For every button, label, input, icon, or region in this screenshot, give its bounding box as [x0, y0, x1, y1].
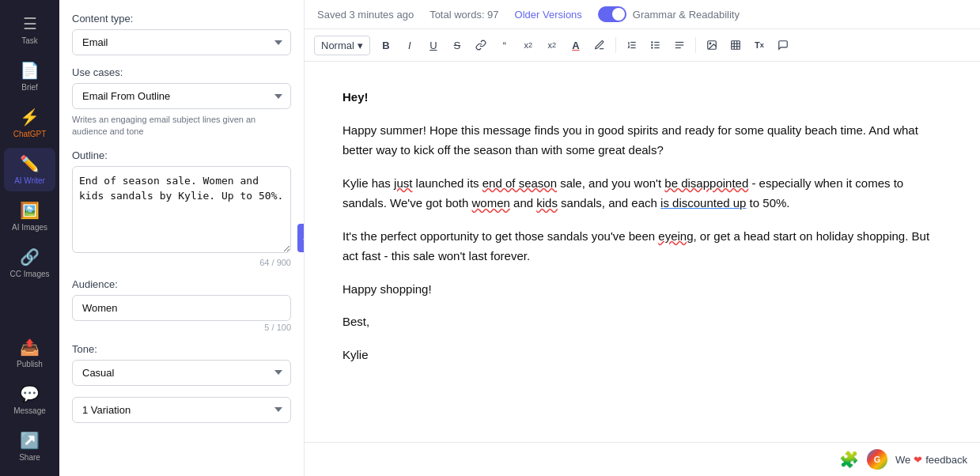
variation-select[interactable]: 1 Variation 2 Variations 3 Variations — [72, 397, 291, 423]
format-select-value: Normal — [321, 40, 354, 51]
audience-input[interactable] — [72, 295, 291, 321]
superscript-button[interactable]: x2 — [541, 34, 563, 56]
top-bar: Saved 3 minutes ago Total words: 97 Olde… — [305, 0, 980, 29]
underline-button[interactable]: U — [422, 34, 445, 56]
paragraph-kylie: Kylie has just launched its end of seaso… — [342, 173, 942, 213]
cc-images-icon: 🔗 — [20, 247, 40, 266]
editor-content[interactable]: Hey! Happy summer! Hope this message fin… — [305, 62, 980, 442]
we-text: We — [895, 454, 910, 466]
kids-text: kids — [536, 196, 558, 210]
ordered-list-button[interactable] — [621, 34, 643, 56]
paragraph-best: Best, — [342, 312, 942, 332]
tone-select[interactable]: Casual Formal Friendly Professional — [72, 360, 291, 386]
format-select-chevron-icon: ▾ — [358, 40, 363, 51]
comment-button[interactable] — [772, 34, 794, 56]
heart-icon: ❤ — [914, 454, 922, 466]
outline-section: Outline: End of season sale. Women and k… — [72, 149, 291, 267]
ai-images-icon: 🖼️ — [20, 201, 40, 220]
paragraph-hey: Hey! — [342, 87, 942, 108]
sidebar-item-chatgpt-label: ChatGPT — [13, 130, 47, 138]
feedback-text: We ❤ feedback — [895, 454, 967, 466]
brief-icon: 📄 — [20, 61, 40, 80]
grammar-label: Grammar & Readability — [633, 9, 740, 21]
sidebar-item-brief[interactable]: 📄 Brief — [4, 55, 55, 98]
paragraph-summer: Happy summer! Hope this message finds yo… — [342, 120, 942, 161]
g-icon: G — [867, 449, 887, 470]
saved-status: Saved 3 minutes ago — [317, 9, 414, 21]
sidebar-item-ai-images-label: AI Images — [12, 223, 47, 232]
task-icon: ☰ — [23, 14, 37, 33]
be-disappointed-text: be disappointed — [664, 176, 748, 190]
is-discounted-text: is discounted up — [660, 196, 746, 210]
svg-point-8 — [652, 47, 653, 48]
feedback-link[interactable]: feedback — [925, 454, 967, 466]
format-select[interactable]: Normal ▾ — [314, 36, 370, 55]
publish-icon: 📤 — [20, 338, 40, 357]
variation-section: 1 Variation 2 Variations 3 Variations — [72, 397, 291, 423]
sidebar-item-publish-label: Publish — [17, 360, 43, 368]
outline-label: Outline: — [72, 149, 291, 161]
outline-char-count: 64 / 900 — [72, 258, 291, 267]
toolbar: Normal ▾ B I U S “ x2 x2 A — [305, 29, 980, 62]
sidebar-nav: ☰ Task 📄 Brief ⚡ ChatGPT ✏️ AI Writer 🖼️… — [0, 0, 59, 476]
content-type-select[interactable]: Email Blog Social Post — [72, 29, 291, 55]
sidebar-item-publish[interactable]: 📤 Publish — [4, 331, 55, 375]
older-versions-link[interactable]: Older Versions — [515, 9, 582, 21]
italic-button[interactable]: I — [399, 34, 421, 56]
content-type-label: Content type: — [72, 13, 291, 25]
link-button[interactable] — [470, 34, 492, 56]
use-cases-description: Writes an engaging email subject lines g… — [72, 114, 291, 138]
tone-section: Tone: Casual Formal Friendly Professiona… — [72, 343, 291, 386]
sidebar-item-share[interactable]: ↗️ Share — [4, 425, 55, 468]
message-icon: 💬 — [20, 384, 40, 403]
end-of-season-text: end of season — [482, 176, 557, 190]
sidebar-item-ai-writer[interactable]: ✏️ AI Writer — [4, 148, 55, 191]
quote-button[interactable]: “ — [494, 34, 516, 56]
audience-label: Audience: — [72, 278, 291, 290]
audience-char-count: 5 / 100 — [72, 323, 291, 332]
audience-section: Audience: 5 / 100 — [72, 278, 291, 332]
paragraph-kylie-sig: Kylie — [342, 345, 942, 365]
collapse-icon: ◀ — [303, 234, 305, 243]
align-button[interactable] — [668, 34, 691, 56]
sidebar-item-message[interactable]: 💬 Message — [4, 378, 55, 421]
sidebar-item-chatgpt[interactable]: ⚡ ChatGPT — [4, 101, 55, 145]
chatgpt-icon: ⚡ — [20, 108, 40, 127]
use-cases-select[interactable]: Email From Outline Email From Brief Cold… — [72, 83, 291, 109]
outline-textarea[interactable]: End of season sale. Women and kids sanda… — [72, 166, 291, 253]
content-type-section: Content type: Email Blog Social Post — [72, 13, 291, 55]
sidebar-item-task[interactable]: ☰ Task — [4, 8, 55, 51]
clear-format-button[interactable]: Tx — [748, 34, 770, 56]
bold-button[interactable]: B — [375, 34, 397, 56]
paragraph-perfect: It's the perfect opportunity to get thos… — [342, 226, 942, 266]
unordered-list-button[interactable] — [645, 34, 667, 56]
svg-point-13 — [709, 43, 711, 44]
sidebar-item-cc-images-label: CC Images — [9, 270, 49, 278]
ai-writer-icon: ✏️ — [20, 154, 40, 173]
toolbar-divider-1 — [615, 37, 616, 53]
table-button[interactable] — [725, 34, 747, 56]
strikethrough-button[interactable]: S — [446, 34, 468, 56]
sidebar-item-ai-images[interactable]: 🖼️ AI Images — [4, 195, 55, 238]
sidebar-item-cc-images[interactable]: 🔗 CC Images — [4, 241, 55, 285]
collapse-panel-button[interactable]: ◀ — [297, 224, 305, 252]
subscript-button[interactable]: x2 — [517, 34, 539, 56]
use-cases-section: Use cases: Email From Outline Email From… — [72, 66, 291, 138]
just-text: just — [394, 176, 412, 190]
share-icon: ↗️ — [20, 431, 40, 450]
women-text: women — [472, 196, 510, 210]
word-count: Total words: 97 — [429, 9, 498, 21]
font-color-button[interactable]: A — [565, 34, 587, 56]
bottom-bar: 🧩 G We ❤ feedback — [305, 442, 980, 476]
image-button[interactable] — [701, 34, 723, 56]
sidebar-item-message-label: Message — [13, 406, 46, 415]
eyeing-text: eyeing — [658, 229, 693, 243]
svg-point-7 — [652, 44, 653, 45]
sidebar-item-brief-label: Brief — [21, 83, 38, 92]
toolbar-divider-2 — [695, 37, 696, 53]
tone-label: Tone: — [72, 343, 291, 355]
grammar-toggle[interactable] — [598, 6, 626, 22]
use-cases-label: Use cases: — [72, 66, 291, 78]
grammar-toggle-wrapper: Grammar & Readability — [598, 6, 740, 22]
highlight-button[interactable] — [588, 34, 611, 56]
